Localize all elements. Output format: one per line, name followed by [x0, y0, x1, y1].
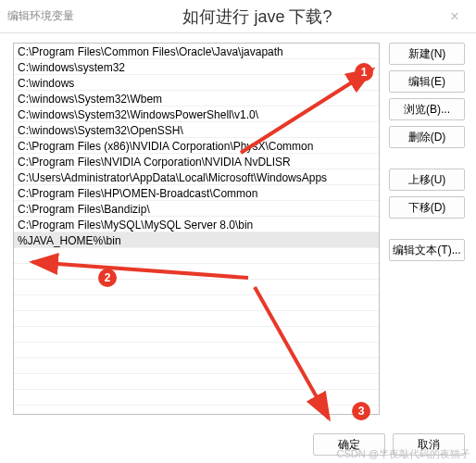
list-item[interactable]: C:\Program Files\HP\OMEN-Broadcast\Commo…: [14, 185, 379, 201]
list-item: [14, 327, 379, 343]
list-item: [14, 390, 379, 406]
list-item[interactable]: C:\Program Files\Common Files\Oracle\Jav…: [14, 44, 379, 59]
list-item: [14, 264, 379, 280]
list-item[interactable]: C:\Users\Administrator\AppData\Local\Mic…: [14, 169, 379, 185]
list-item: [14, 248, 379, 264]
edittext-button[interactable]: 编辑文本(T)...: [389, 239, 465, 261]
list-item[interactable]: C:\Program Files (x86)\NVIDIA Corporatio…: [14, 138, 379, 154]
list-item[interactable]: C:\Program Files\MySQL\MySQL Server 8.0\…: [14, 217, 379, 232]
annotation-badge-3: 3: [352, 402, 370, 420]
list-item[interactable]: %JAVA_HOME%\bin: [14, 232, 379, 248]
titlebar-label: 编辑环境变量: [7, 8, 74, 24]
content-area: C:\Program Files\Common Files\Oracle\Jav…: [0, 33, 476, 422]
delete-button[interactable]: 删除(D): [389, 126, 465, 148]
titlebar: 编辑环境变量 如何进行 jave 下载? ×: [0, 0, 476, 33]
list-item: [14, 358, 379, 374]
list-item[interactable]: C:\windows\System32\OpenSSH\: [14, 122, 379, 138]
list-item[interactable]: C:\windows: [14, 75, 379, 91]
list-item: [14, 374, 379, 390]
dialog-window: 编辑环境变量 如何进行 jave 下载? × C:\Program Files\…: [0, 0, 476, 463]
list-item[interactable]: C:\windows\System32\Wbem: [14, 91, 379, 106]
movedown-button[interactable]: 下移(D): [389, 196, 465, 219]
titlebar-title: 如何进行 jave 下载?: [74, 6, 441, 28]
list-item[interactable]: C:\Program Files\NVIDIA Corporation\NVID…: [14, 154, 379, 169]
list-item: [14, 295, 379, 311]
sidebar-buttons: 新建(N) 编辑(E) 浏览(B)... 删除(D) 上移(U) 下移(D) 编…: [389, 43, 465, 415]
browse-button[interactable]: 浏览(B)...: [389, 98, 465, 120]
moveup-button[interactable]: 上移(U): [389, 169, 465, 191]
new-button[interactable]: 新建(N): [389, 43, 465, 65]
list-item: [14, 280, 379, 295]
list-item[interactable]: C:\windows\system32: [14, 59, 379, 75]
annotation-badge-2: 2: [98, 269, 117, 287]
list-item: [14, 311, 379, 327]
path-listbox[interactable]: C:\Program Files\Common Files\Oracle\Jav…: [13, 43, 380, 415]
list-item: [14, 343, 379, 358]
list-item[interactable]: C:\Program Files\Bandizip\: [14, 201, 379, 217]
edit-button[interactable]: 编辑(E): [389, 70, 465, 93]
annotation-badge-1: 1: [355, 63, 373, 81]
list-item[interactable]: C:\windows\System32\WindowsPowerShell\v1…: [14, 106, 379, 122]
close-icon[interactable]: ×: [441, 3, 469, 31]
watermark-text: CSDN @半夜敲代码的夜猫子: [337, 447, 470, 461]
